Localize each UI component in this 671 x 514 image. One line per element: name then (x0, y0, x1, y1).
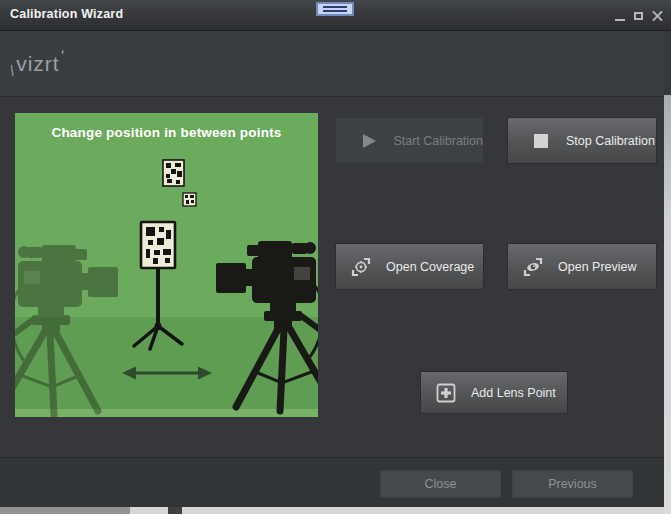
header-separator (0, 96, 664, 97)
open-coverage-label: Open Coverage (386, 260, 474, 274)
background-window-bottom-edge (0, 507, 664, 514)
logo-text: vizrt (16, 52, 60, 75)
start-calibration-button[interactable]: Start Calibration (335, 117, 484, 164)
plus-box-icon (435, 382, 457, 404)
eye-preview-icon (522, 256, 544, 278)
window-title: Calibration Wizard (10, 7, 123, 21)
vizrt-logo: \vizrt' (10, 47, 64, 79)
add-lens-point-label: Add Lens Point (471, 386, 556, 400)
bottom-edge-notch (168, 507, 182, 514)
open-preview-label: Open Preview (558, 260, 637, 274)
close-button[interactable]: Close (380, 470, 501, 498)
stop-calibration-button[interactable]: Stop Calibration (507, 117, 657, 164)
background-window-right-edge (664, 95, 671, 514)
stop-calibration-label: Stop Calibration (566, 134, 655, 148)
calibration-scene-illustration (15, 113, 318, 417)
start-calibration-label: Start Calibration (393, 134, 483, 148)
drag-handle-icon[interactable] (316, 2, 354, 16)
logo-accent-right: ' (58, 47, 66, 67)
previous-button[interactable]: Previous (512, 470, 633, 498)
maximize-icon[interactable] (634, 12, 643, 20)
marker-medium (163, 160, 184, 186)
close-window-icon[interactable] (652, 11, 663, 22)
stop-square-icon (530, 130, 552, 152)
bottom-edge-dark-segment (0, 507, 130, 514)
window-controls (615, 0, 663, 30)
logo-bar: \vizrt' (0, 31, 664, 96)
minimize-icon[interactable] (615, 19, 625, 21)
open-coverage-button[interactable]: Open Coverage (335, 243, 484, 290)
coverage-target-icon (350, 256, 372, 278)
add-lens-point-button[interactable]: Add Lens Point (420, 371, 568, 414)
illustration-panel: Change position in between points (15, 113, 318, 417)
titlebar[interactable]: Calibration Wizard (0, 0, 671, 31)
marker-small (183, 193, 196, 206)
play-icon (358, 130, 379, 152)
calibration-wizard-window: Calibration Wizard \vizrt' (0, 0, 671, 514)
illustration-heading: Change position in between points (15, 125, 318, 140)
open-preview-button[interactable]: Open Preview (507, 243, 657, 290)
